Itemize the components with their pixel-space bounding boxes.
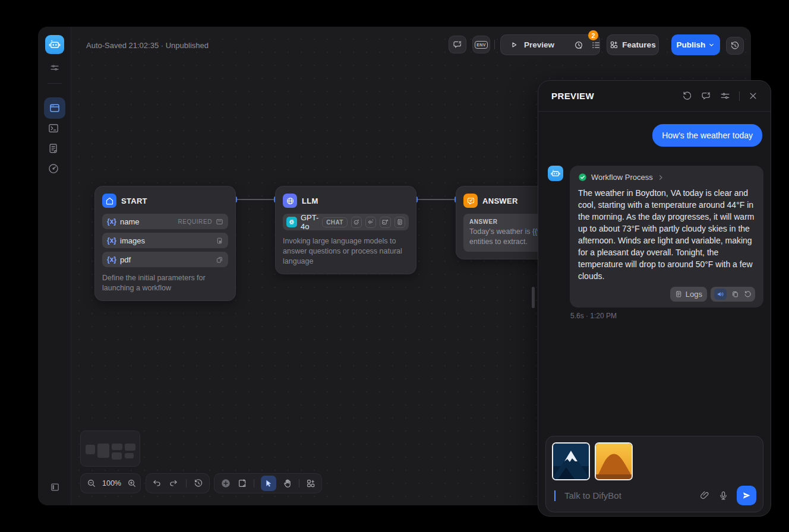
zoom-in-button[interactable] [127, 479, 137, 488]
robot-icon [48, 38, 61, 51]
message-actions: Logs [578, 287, 755, 302]
document-capability-icon [394, 217, 405, 228]
chat-x-icon[interactable] [701, 91, 711, 101]
minimap-node [125, 444, 135, 451]
robot-icon [550, 168, 561, 179]
microphone-icon[interactable] [718, 490, 728, 501]
version-history-button[interactable] [726, 37, 744, 55]
sidebar-item-logs[interactable] [48, 142, 59, 154]
minimap-node [112, 452, 122, 460]
run-time-icon[interactable] [574, 40, 583, 50]
send-button[interactable] [737, 486, 756, 505]
node-title: ANSWER [482, 197, 518, 205]
bot-avatar [548, 166, 563, 181]
add-node-button[interactable] [220, 478, 231, 489]
run-preview-group: Preview 2 [500, 34, 600, 55]
publish-label: Publish [677, 40, 706, 49]
history-icon [730, 41, 740, 50]
chat-x-icon [453, 40, 462, 49]
llm-icon [283, 194, 297, 208]
features-button[interactable]: Features [607, 34, 659, 55]
preview-header: PREVIEW [538, 81, 771, 112]
window-icon [49, 102, 61, 114]
logs-label: Logs [686, 290, 702, 299]
workflow-process-label: Workflow Process [591, 173, 653, 182]
node-start[interactable]: START {x} name REQUIRED {x} images {x} p… [94, 186, 236, 301]
restart-conversation-icon[interactable] [682, 91, 692, 101]
speaker-icon[interactable] [714, 289, 727, 300]
bot-message-row: Workflow Process The weather in Boydton,… [548, 166, 763, 320]
checklist-icon[interactable] [591, 40, 601, 50]
vision-capability-icon [351, 217, 362, 228]
collapse-sidebar-icon[interactable] [50, 482, 60, 492]
play-icon[interactable] [510, 40, 519, 49]
settings-sliders-icon[interactable] [720, 91, 730, 101]
header-divider [739, 91, 740, 101]
copy-icon[interactable] [731, 290, 739, 298]
organize-nodes-button[interactable] [306, 479, 315, 488]
zoom-level[interactable]: 100% [102, 479, 121, 487]
model-name: GPT-4o [301, 213, 318, 231]
attach-file-icon[interactable] [700, 490, 710, 501]
minimap[interactable] [80, 430, 140, 467]
chevron-right-icon [657, 174, 664, 181]
minimap-node [97, 444, 109, 458]
app-avatar[interactable] [45, 35, 64, 54]
chat-debug-button[interactable] [449, 36, 466, 53]
undo-button[interactable] [152, 479, 162, 488]
node-llm[interactable]: LLM GPT-4o CHAT Invoking large language … [275, 186, 416, 274]
save-status: Auto-Saved 21:02:35 · Unpublished [86, 41, 209, 50]
variable-tag: {x} [107, 236, 116, 245]
home-icon [102, 194, 116, 208]
features-label: Features [622, 40, 655, 49]
preview-run-button[interactable]: Preview [524, 40, 554, 49]
message-meta: 5.6s · 1:20 PM [570, 312, 763, 320]
openai-icon [286, 217, 297, 227]
regenerate-icon[interactable] [744, 290, 752, 298]
workflow-process-toggle[interactable]: Workflow Process [578, 173, 755, 182]
checklist-badge: 2 [588, 30, 598, 40]
canvas-scrollbar-thumb[interactable] [532, 287, 535, 308]
left-sidebar [38, 27, 71, 505]
preview-title: PREVIEW [551, 91, 673, 101]
bot-message-card: Workflow Process The weather in Boydton,… [570, 166, 763, 308]
chat-mode-badge: CHAT [322, 217, 347, 227]
edge-llm-answer [416, 199, 456, 200]
start-var-pdf[interactable]: {x} pdf [102, 252, 228, 267]
message-tools [711, 287, 755, 302]
app-settings-icon[interactable] [50, 63, 59, 72]
image-thumbnail-mountain-orange[interactable] [595, 442, 633, 480]
toolbar-divider [254, 479, 254, 487]
success-check-icon [578, 173, 587, 182]
minimap-node [125, 453, 134, 458]
variable-tag: {x} [107, 255, 116, 264]
image-thumbnail-mountain-blue[interactable] [552, 442, 590, 480]
publish-button[interactable]: Publish [671, 34, 720, 55]
sidebar-divider [48, 83, 62, 84]
image-file-icon [216, 237, 223, 245]
chat-input[interactable]: Talk to DifyBot [564, 490, 692, 501]
audio-capability-icon [365, 217, 376, 228]
add-note-button[interactable] [238, 479, 247, 488]
pointer-tool-button[interactable] [261, 476, 276, 491]
sidebar-item-terminal[interactable] [48, 122, 59, 134]
sidebar-item-orchestrate[interactable] [44, 97, 65, 119]
close-icon[interactable] [749, 91, 758, 100]
image-capability-icon [380, 217, 390, 228]
toolbar-divider [299, 479, 299, 487]
zoom-out-button[interactable] [87, 479, 96, 488]
env-variables-button[interactable]: ENV [472, 36, 490, 53]
variable-name: name [120, 217, 174, 226]
change-history-button[interactable] [194, 479, 203, 488]
logs-button[interactable]: Logs [670, 287, 707, 302]
hand-tool-button[interactable] [283, 479, 292, 488]
user-message-bubble: How's the weather today [652, 124, 762, 147]
toolbar-divider [186, 479, 187, 487]
llm-model-row[interactable]: GPT-4o CHAT [283, 214, 409, 230]
chat-input-box: Talk to DifyBot [545, 436, 763, 512]
sidebar-item-monitoring[interactable] [48, 163, 59, 175]
start-var-name[interactable]: {x} name REQUIRED [102, 214, 228, 229]
redo-button[interactable] [169, 479, 178, 488]
minimap-node [112, 444, 122, 450]
start-var-images[interactable]: {x} images [102, 233, 228, 248]
